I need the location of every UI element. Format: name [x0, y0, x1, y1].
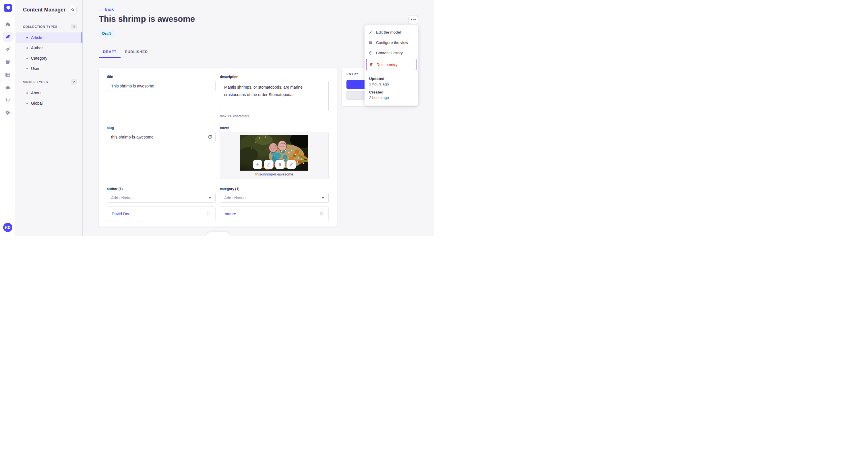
nav-deploy-button[interactable] [3, 82, 12, 92]
sidebar-item-about[interactable]: About [16, 88, 82, 98]
close-icon [319, 211, 323, 216]
ellipsis-icon [413, 19, 414, 20]
title-input[interactable] [107, 81, 216, 91]
ellipsis-icon [411, 19, 412, 20]
home-icon [5, 22, 11, 27]
field-slug: slug [107, 126, 216, 179]
layout-panels-icon [5, 72, 11, 78]
focused-item-outline: Delete entry [366, 59, 416, 70]
paper-plane-icon [5, 47, 11, 53]
page-title: This shrimp is awesome [99, 14, 195, 24]
delete-asset-button[interactable] [275, 160, 285, 169]
menu-item-content-history[interactable]: Content History [365, 47, 418, 58]
nav-marketplace-button[interactable] [3, 95, 12, 105]
category-relation-select[interactable]: Add relation [220, 193, 329, 203]
back-link[interactable]: ← Back [99, 7, 114, 11]
menu-item-label: Edit the model [376, 30, 401, 34]
section-label: SINGLE TYPES [23, 80, 48, 84]
relation-link-nature[interactable]: nature [225, 212, 236, 216]
ellipsis-icon [414, 19, 415, 20]
menu-item-label: Delete entry [377, 63, 398, 67]
rail-divider-bottom [0, 219, 16, 220]
description-textarea[interactable]: Mantis shrimps, or stomatopods, are mari… [220, 81, 329, 111]
sidebar-item-label: About [31, 91, 42, 95]
relation-link-david-doe[interactable]: David Doe [112, 212, 130, 216]
sidebar-item-global[interactable]: Global [16, 98, 82, 108]
gear-icon [5, 110, 11, 115]
pencil-icon [369, 30, 373, 34]
bullet-icon [26, 103, 28, 104]
sidebar-item-article[interactable]: Article [16, 32, 82, 43]
menu-item-label: Content History [376, 51, 403, 55]
configure-list-icon [369, 40, 373, 45]
add-asset-button[interactable] [253, 160, 262, 169]
sidebar-divider [23, 18, 30, 19]
menu-item-delete-entry[interactable]: Delete entry [367, 59, 416, 70]
menu-item-label: Configure the view [376, 40, 408, 45]
remove-relation-button[interactable] [206, 211, 211, 216]
bullet-icon [26, 37, 28, 38]
pencil-icon [289, 162, 293, 167]
single-types-section: SINGLE TYPES 2 About Global [16, 79, 82, 108]
sidebar-item-label: Category [31, 56, 48, 61]
author-relation-card: David Doe [107, 206, 216, 221]
sidebar-item-label: Global [31, 101, 42, 105]
edit-asset-button[interactable] [286, 160, 296, 169]
tab-published[interactable]: PUBLISHED [121, 47, 152, 58]
regenerate-slug-button[interactable] [207, 134, 213, 140]
bottom-widget-handle[interactable] [207, 232, 229, 236]
user-avatar[interactable]: KD [3, 223, 12, 232]
nav-settings-button[interactable] [3, 108, 12, 117]
sidebar-title: Content Manager [23, 7, 66, 13]
nav-media-library-button[interactable] [3, 57, 12, 67]
copy-link-button[interactable] [264, 160, 274, 169]
content-manager-sidebar: Content Manager COLLECTION TYPES 4 Artic… [16, 0, 83, 236]
field-label: category (1) [220, 187, 329, 191]
nav-content-manager-button[interactable] [3, 32, 12, 42]
description-hint: max. 80 characters [220, 114, 329, 118]
more-options-button[interactable] [408, 15, 418, 24]
menu-item-edit-the-model[interactable]: Edit the model [365, 27, 418, 37]
field-label: description [220, 75, 329, 79]
select-placeholder: Add relation [111, 196, 133, 200]
section-count-badge: 4 [71, 24, 76, 29]
close-icon [206, 211, 210, 216]
history-icon [369, 51, 373, 55]
bullet-icon [26, 47, 28, 49]
trash-icon [369, 63, 373, 67]
remove-relation-button[interactable] [319, 211, 324, 216]
sidebar-item-label: Article [31, 35, 42, 40]
sidebar-item-category[interactable]: Category [16, 53, 82, 63]
search-button[interactable] [69, 6, 76, 14]
menu-item-configure-the-view[interactable]: Configure the view [365, 37, 418, 47]
nav-home-button[interactable] [3, 20, 12, 29]
entry-meta: Updated 2 hours ago Created 2 hours ago [365, 72, 418, 105]
search-icon [71, 8, 75, 12]
refresh-icon [207, 134, 213, 140]
author-relation-select[interactable]: Add relation [107, 193, 216, 203]
bullet-icon [26, 58, 28, 59]
nav-releases-button[interactable] [3, 45, 12, 55]
tab-draft[interactable]: DRAFT [99, 47, 121, 58]
sidebar-item-author[interactable]: Author [16, 43, 82, 53]
field-description: description Mantis shrimps, or stomatopo… [220, 75, 329, 118]
chevron-down-icon [208, 197, 211, 199]
sidebar-item-user[interactable]: User [16, 63, 82, 74]
field-label: slug [107, 126, 216, 130]
status-badge: Draft [99, 30, 114, 37]
field-cover: cover [220, 126, 329, 179]
link-icon [267, 162, 271, 167]
shopping-cart-icon [5, 97, 11, 103]
strapi-admin-page: KD Content Manager COLLECTION TYPES 4 Ar… [0, 0, 434, 236]
back-arrow-icon: ← [99, 7, 103, 11]
back-label: Back [105, 7, 114, 11]
category-relation-card: nature [220, 206, 329, 221]
meta-updated-label: Updated [369, 76, 413, 81]
field-category: category (1) Add relation nature [220, 187, 329, 221]
nav-content-type-builder-button[interactable] [3, 70, 12, 80]
feather-icon [5, 34, 11, 40]
section-label: COLLECTION TYPES [23, 25, 57, 28]
slug-input[interactable] [107, 132, 216, 142]
sidebar-item-label: User [31, 66, 40, 71]
entry-form-card: title description Mantis shrimps, or sto… [99, 68, 337, 227]
